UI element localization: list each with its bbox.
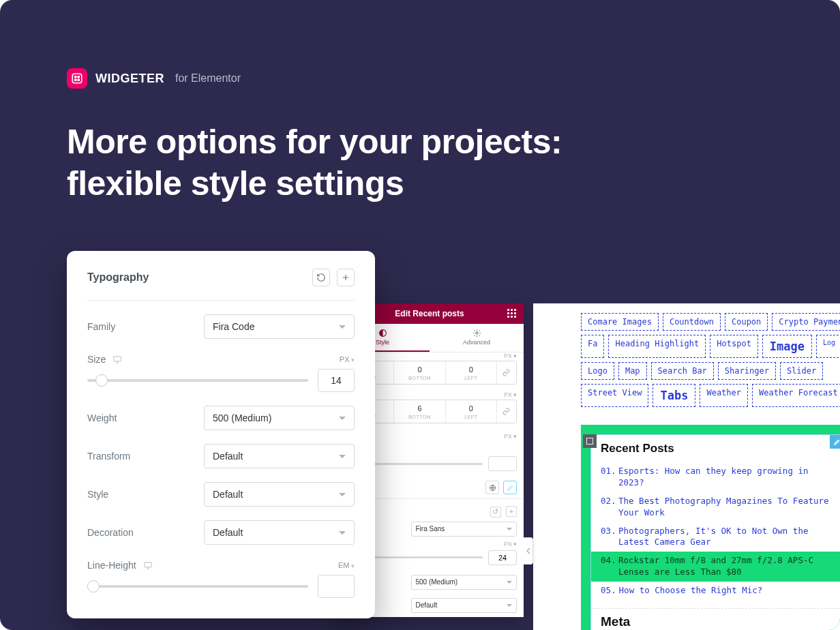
family-select[interactable]: Fira Sans	[411, 522, 518, 537]
promo-canvas: WIDGETER for Elementor More options for …	[0, 0, 840, 630]
tag-item[interactable]: Tabs	[652, 384, 695, 407]
brand-name: WIDGETER	[95, 72, 164, 86]
recent-post-item[interactable]: 01.Esports: How can they keep growing in…	[601, 462, 834, 492]
tag-item[interactable]: Logo	[581, 362, 614, 380]
tag-item[interactable]: Weather	[700, 384, 748, 407]
style-label: Style	[87, 489, 193, 500]
hero-line-2: flexible style settings	[67, 164, 404, 202]
svg-point-4	[78, 79, 79, 80]
tag-item[interactable]: Comare Images	[581, 313, 659, 331]
typography-title: Typography	[87, 271, 149, 284]
tag-cloud: Comare ImagesCountdownCouponCrypto Payme…	[581, 313, 840, 407]
tag-item[interactable]: Fa	[581, 335, 604, 358]
style-select[interactable]: Default	[204, 482, 355, 507]
recent-posts-title: Recent Posts	[591, 435, 840, 460]
decoration-select[interactable]: Default	[204, 520, 355, 545]
post-number: 05.	[601, 585, 616, 597]
tab-advanced-label: Advanced	[463, 339, 490, 346]
edit-widget-icon[interactable]	[830, 435, 840, 449]
preview-area: Comare ImagesCountdownCouponCrypto Payme…	[533, 303, 840, 630]
apps-icon[interactable]	[507, 309, 517, 318]
size-value-input[interactable]	[318, 369, 355, 392]
size-slider[interactable]	[87, 379, 308, 382]
recent-posts-widget: Recent Posts 01.Esports: How can they ke…	[581, 425, 840, 630]
collapse-panel-handle[interactable]	[524, 537, 533, 565]
style-icon	[378, 329, 387, 338]
tag-item[interactable]: Hotspot	[710, 335, 758, 358]
recent-post-item[interactable]: 02.The Best Photography Magazines To Fea…	[601, 492, 834, 522]
svg-rect-0	[72, 74, 82, 83]
tag-item[interactable]: Sharinger	[718, 362, 776, 380]
lineheight-label: Line-Height	[87, 560, 338, 571]
lineheight-unit[interactable]: EM	[338, 561, 355, 569]
svg-point-3	[75, 79, 76, 80]
gear-icon	[472, 329, 481, 338]
transform-select[interactable]: Default	[204, 444, 355, 468]
reset-icon[interactable]: ↺	[490, 507, 501, 518]
tag-item[interactable]: Search Bar	[651, 362, 714, 380]
tag-item[interactable]: Crypto Payment	[772, 313, 840, 331]
hero-heading: More options for your projects: flexible…	[67, 121, 562, 205]
responsive-icon[interactable]	[143, 560, 153, 570]
post-number: 02.	[601, 496, 616, 519]
dim-left[interactable]	[446, 400, 496, 414]
size-value-input[interactable]	[488, 550, 517, 565]
lineheight-value-input[interactable]	[318, 575, 355, 598]
tag-item[interactable]: Countdown	[663, 313, 721, 331]
recent-post-item[interactable]: 03.Photographers, It's OK to Not Own the…	[601, 522, 834, 552]
tag-item[interactable]: Image	[762, 335, 812, 358]
recent-posts-list: 01.Esports: How can they keep growing in…	[591, 460, 840, 608]
tab-style-label: Style	[376, 339, 389, 346]
tag-item[interactable]: Log	[816, 335, 840, 358]
transform-select[interactable]: Default	[411, 598, 518, 613]
brand: WIDGETER for Elementor	[67, 68, 241, 89]
link-values-icon[interactable]	[497, 361, 516, 384]
tag-item[interactable]: Coupon	[725, 313, 768, 331]
globe-icon[interactable]	[485, 481, 499, 494]
slider-value-input[interactable]	[488, 456, 517, 471]
post-title: Photographers, It's OK to Not Own the La…	[618, 526, 834, 549]
brand-subtitle: for Elementor	[175, 72, 241, 85]
add-icon[interactable]: +	[506, 506, 517, 517]
family-label: Family	[87, 321, 193, 332]
reset-button[interactable]	[312, 269, 330, 286]
editor-title: Edit Recent posts	[352, 309, 507, 318]
pencil-icon[interactable]	[503, 481, 517, 494]
meta-heading: Meta	[591, 608, 840, 630]
lineheight-slider[interactable]	[87, 585, 308, 588]
dim-bottom[interactable]	[394, 361, 445, 375]
tag-item[interactable]: Slider	[780, 362, 823, 380]
tag-item[interactable]: Map	[618, 362, 647, 380]
recent-post-item[interactable]: 05.How to Choose the Right Mic?	[601, 582, 834, 600]
tag-item[interactable]: Weather Forecast	[752, 384, 840, 407]
widget-drag-handle[interactable]	[583, 434, 597, 448]
brand-logo-icon	[67, 68, 87, 89]
hero-line-1: More options for your projects:	[67, 123, 562, 161]
svg-point-2	[78, 76, 79, 78]
post-number: 03.	[601, 526, 616, 549]
svg-rect-8	[114, 357, 121, 361]
tag-item[interactable]: Street View	[581, 384, 648, 407]
dim-bottom[interactable]	[394, 400, 445, 414]
weight-select[interactable]: 500 (Medium)	[204, 406, 355, 430]
svg-point-1	[75, 76, 76, 78]
recent-post-item[interactable]: 04.Rockstar 10mm f/8 and 27mm f/2.8 APS-…	[591, 552, 840, 582]
size-unit[interactable]: PX	[340, 355, 355, 363]
add-button[interactable]	[337, 269, 355, 286]
tag-item[interactable]: Heading Highlight	[608, 335, 706, 358]
transform-label: Transform	[87, 451, 193, 462]
post-title: How to Choose the Right Mic?	[619, 585, 763, 597]
recent-posts-card[interactable]: Recent Posts 01.Esports: How can they ke…	[590, 434, 840, 630]
family-select[interactable]: Fira Code	[204, 314, 355, 339]
size-label: Size	[87, 354, 340, 365]
weight-label: Weight	[87, 412, 193, 423]
post-title: Esports: How can they keep growing in 20…	[618, 466, 834, 489]
link-values-icon[interactable]	[497, 400, 516, 423]
svg-rect-9	[144, 562, 151, 567]
responsive-icon[interactable]	[112, 355, 122, 364]
dim-left[interactable]	[446, 361, 496, 375]
weight-select[interactable]: 500 (Medium)	[411, 575, 518, 590]
typography-popover: Typography Family Fira Code Size PX	[67, 251, 375, 618]
post-title: The Best Photography Magazines To Featur…	[618, 496, 834, 519]
tab-advanced[interactable]: Advanced	[430, 324, 524, 352]
